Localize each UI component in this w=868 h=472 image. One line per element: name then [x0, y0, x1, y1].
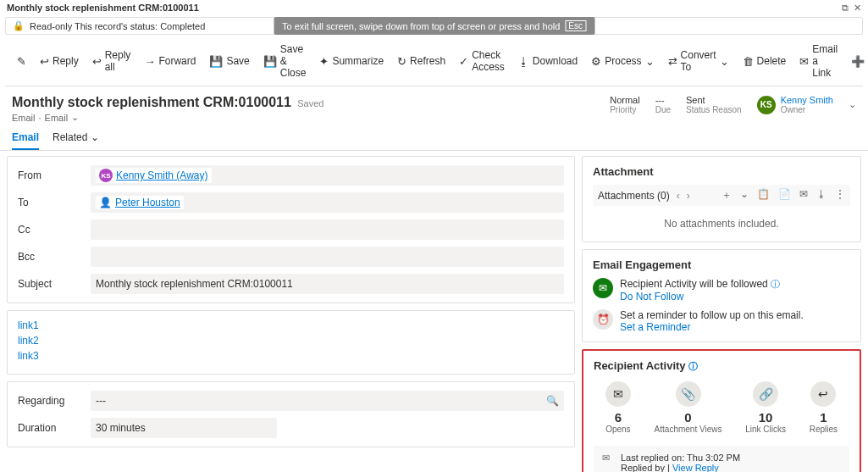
to-lookup[interactable]: 👤 Peter Houston [96, 196, 184, 209]
process-button[interactable]: ⚙Process⌄ [586, 52, 659, 71]
body-link-1[interactable]: link1 [18, 319, 564, 331]
email-header-panel: From KS Kenny Smith (Away) To 👤 Peter Ho… [7, 156, 575, 303]
copy-icon[interactable]: 📋 [757, 188, 770, 203]
to-link[interactable]: Peter Houston [115, 197, 180, 208]
owner-name[interactable]: Kenny Smith [781, 95, 833, 105]
download-label: Download [533, 55, 578, 67]
delete-button[interactable]: 🗑Delete [738, 52, 792, 71]
replied-by-row: Replied by | View Reply [621, 463, 841, 472]
close-icon[interactable]: ✕ [854, 3, 861, 14]
header-chevron-icon[interactable]: ⌄ [849, 99, 856, 110]
from-link[interactable]: Kenny Smith (Away) [116, 169, 208, 181]
subject-label: Subject [18, 278, 82, 290]
saved-indicator: Saved [297, 98, 323, 108]
summarize-button[interactable]: ✦Summarize [314, 52, 389, 71]
view-reply-link[interactable]: View Reply [672, 463, 719, 472]
convert-to-button[interactable]: ⇄Convert To⌄ [663, 46, 734, 76]
entity-type: Email [12, 113, 36, 123]
next-icon[interactable]: › [687, 190, 690, 202]
activity-timeline: ✉ Last replied on: Thu 3:02 PM Replied b… [594, 446, 849, 472]
record-header-left: Monthly stock replenishment CRM:0100011 … [12, 95, 323, 123]
convert-icon: ⇄ [668, 55, 677, 68]
followed-text: Recipient Activity will be followed ⓘ [620, 278, 780, 291]
metric-replies: ↩ 1 Replies [810, 381, 838, 434]
title-bar: Monthly stock replenishment CRM:0100011 … [0, 0, 868, 15]
attach-value: 0 [655, 410, 722, 425]
duration-value: 30 minutes [96, 422, 146, 434]
tab-email[interactable]: Email [12, 126, 39, 150]
readonly-text: Read-only This record's status: Complete… [30, 21, 205, 31]
reply-all-button[interactable]: ↩Reply all [87, 46, 136, 76]
attachment-views-icon: 📎 [676, 381, 701, 407]
regarding-field[interactable]: --- 🔍 [91, 391, 564, 411]
cc-field[interactable] [91, 219, 564, 240]
clicks-label: Link Clicks [745, 425, 786, 434]
mail-icon[interactable]: ✉ [799, 188, 808, 203]
chevron-down-icon[interactable]: ⌄ [71, 112, 79, 123]
add-attachment-icon[interactable]: ＋ [721, 188, 732, 203]
chevron-down-icon: ⌄ [91, 131, 99, 143]
subject-value: Monthly stock replenishment CRM:0100011 [96, 278, 293, 290]
download-icon[interactable]: ⭳ [816, 188, 827, 203]
tab-related[interactable]: Related ⌄ [53, 126, 99, 150]
add-queue-button[interactable]: ➕Add to Queue [846, 46, 868, 76]
replies-icon: ↩ [810, 381, 836, 407]
file-icon[interactable]: 📄 [778, 188, 791, 203]
download-button[interactable]: ⭳Download [513, 52, 583, 71]
refresh-button[interactable]: ↻Refresh [392, 52, 451, 71]
save-close-button[interactable]: 💾Save & Close [258, 40, 312, 82]
reminder-icon: ⏰ [593, 309, 613, 330]
regarding-label: Regarding [18, 395, 82, 407]
refresh-label: Refresh [410, 55, 445, 67]
metric-clicks: 🔗 10 Link Clicks [745, 381, 786, 434]
search-icon[interactable]: 🔍 [546, 395, 559, 407]
clicks-value: 10 [745, 410, 786, 425]
bcc-label: Bcc [18, 251, 82, 263]
forward-button[interactable]: →Forward [139, 52, 201, 71]
reply-button[interactable]: ↩Reply [35, 52, 84, 71]
prev-icon[interactable]: ‹ [677, 190, 680, 202]
body-link-2[interactable]: link2 [18, 335, 564, 347]
info-icon[interactable]: ⓘ [771, 279, 780, 289]
status-field: Sent Status Reason [686, 95, 742, 114]
delete-icon: 🗑 [743, 55, 754, 68]
reply-icon: ↩ [40, 55, 49, 68]
do-not-follow-link[interactable]: Do Not Follow [620, 291, 780, 303]
reminder-text: Set a reminder to follow up on this emai… [620, 309, 804, 321]
info-icon[interactable]: ⓘ [688, 361, 698, 371]
chevron-down-icon: ⌄ [720, 55, 729, 68]
duration-field[interactable]: 30 minutes [91, 418, 277, 438]
check-access-button[interactable]: ✓Check Access [454, 46, 510, 76]
subject-field[interactable]: Monthly stock replenishment CRM:0100011 [91, 274, 564, 294]
save-button[interactable]: 💾Save [204, 52, 254, 71]
from-lookup[interactable]: KS Kenny Smith (Away) [96, 168, 212, 183]
regarding-value: --- [96, 395, 106, 407]
left-column: From KS Kenny Smith (Away) To 👤 Peter Ho… [7, 156, 575, 472]
last-replied-text: Last replied on: Thu 3:02 PM [621, 453, 841, 463]
opens-label: Opens [605, 425, 631, 434]
opens-icon: ✉ [605, 381, 631, 407]
email-link-button[interactable]: ✉Email a Link [794, 40, 843, 82]
more-icon[interactable]: ⋮ [835, 188, 845, 203]
to-label: To [18, 197, 82, 208]
body-link-3[interactable]: link3 [18, 350, 564, 362]
to-field[interactable]: 👤 Peter Houston [91, 192, 564, 213]
no-attachments-text: No attachments included. [593, 214, 850, 233]
popout-icon[interactable]: ⧉ [842, 3, 849, 14]
form-selector[interactable]: Email [45, 113, 69, 123]
clicks-icon: 🔗 [753, 381, 778, 407]
attachment-count: Attachments (0) [598, 190, 670, 202]
right-column: Attachment Attachments (0) ‹ › ＋ ⌄ 📋 📄 ✉… [582, 156, 861, 472]
from-field[interactable]: KS Kenny Smith (Away) [91, 165, 564, 186]
record-header: Monthly stock replenishment CRM:0100011 … [0, 88, 868, 126]
record-subtitle: Email · Email ⌄ [12, 112, 323, 123]
from-label: From [18, 169, 82, 181]
attach-chevron-icon[interactable]: ⌄ [740, 188, 749, 203]
recipient-activity-title: Recipient Activity ⓘ [594, 359, 849, 373]
attach-label: Attachment Views [655, 425, 722, 434]
set-reminder-link[interactable]: Set a Reminder [620, 321, 804, 333]
priority-value: Normal [610, 95, 639, 105]
new-button[interactable]: ✎ [12, 52, 31, 71]
bcc-field[interactable] [91, 247, 564, 267]
process-label: Process [605, 55, 641, 67]
